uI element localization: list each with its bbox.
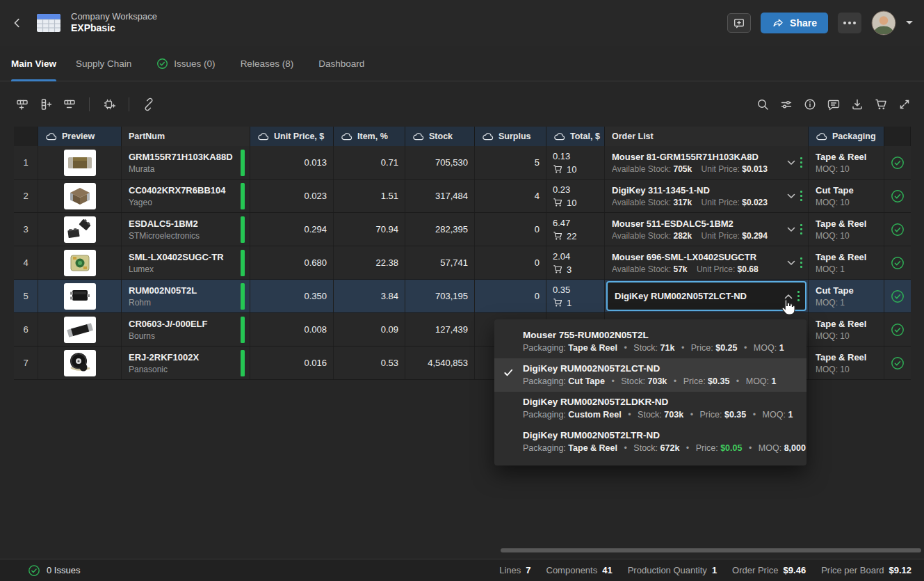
- caret-down-icon[interactable]: [906, 21, 913, 25]
- part-preview-cell[interactable]: [38, 213, 122, 246]
- comments-button[interactable]: [824, 95, 843, 114]
- part-preview-cell[interactable]: [38, 146, 122, 179]
- unit-price-cell[interactable]: 0.016: [250, 347, 334, 379]
- table-row[interactable]: 4 SML-LX0402SUGC-TR Lumex 0.680 22.38 57…: [14, 246, 911, 280]
- unit-price-cell[interactable]: 0.023: [250, 180, 334, 212]
- item-percent-cell[interactable]: 3.84: [334, 280, 405, 312]
- surplus-cell[interactable]: 0: [475, 280, 546, 312]
- order-option[interactable]: DigiKey RUM002N05T2LDKR-ND Packaging: Cu…: [494, 392, 807, 425]
- kebab-menu-icon[interactable]: [800, 257, 803, 269]
- column-header[interactable]: Packaging: [809, 127, 884, 146]
- more-button[interactable]: [838, 13, 861, 33]
- stock-cell[interactable]: 4,540,853: [405, 347, 475, 379]
- order-option[interactable]: DigiKey RUM002N05T2LTR-ND Packaging: Tap…: [494, 425, 807, 459]
- order-option[interactable]: Mouser 755-RUM002N05T2L Packaging: Tape …: [494, 325, 807, 358]
- total-cell[interactable]: 6.47 22: [546, 213, 605, 246]
- order-option[interactable]: DigiKey RUM002N05T2LCT-ND Packaging: Cut…: [494, 358, 807, 392]
- order-select[interactable]: Mouser 511-ESDALC5-1BM2 Available Stock:…: [605, 213, 808, 246]
- stock-cell[interactable]: 317,484: [405, 180, 475, 212]
- total-cell[interactable]: 2.04 3: [546, 246, 605, 279]
- kebab-menu-icon[interactable]: [800, 157, 803, 168]
- chevron-down-icon[interactable]: [787, 160, 795, 166]
- partnum-cell[interactable]: CR0603-J/-000ELF Bourns: [122, 313, 250, 346]
- partnum-cell[interactable]: ERJ-2RKF1002X Panasonic: [122, 347, 250, 379]
- item-percent-cell[interactable]: 0.53: [334, 347, 405, 379]
- tab-releases-8[interactable]: Releases (8): [241, 46, 300, 81]
- part-preview-cell[interactable]: [38, 246, 122, 279]
- column-header[interactable]: [884, 127, 911, 146]
- unit-price-cell[interactable]: 0.680: [250, 246, 334, 279]
- surplus-cell[interactable]: 5: [475, 146, 546, 179]
- column-header[interactable]: Unit Price, $: [250, 127, 334, 146]
- table-row[interactable]: 2 CC0402KRX7R6BB104 Yageo 0.023 1.51 317…: [14, 180, 911, 213]
- expand-button[interactable]: [895, 95, 914, 114]
- column-header[interactable]: Total, $: [546, 127, 605, 146]
- add-row-button[interactable]: [13, 95, 32, 114]
- info-button[interactable]: [800, 95, 820, 114]
- table-row[interactable]: 5 RUM002N05T2L Rohm 0.350 3.84 703,195 0…: [14, 280, 911, 313]
- column-header[interactable]: Stock: [405, 127, 475, 146]
- item-percent-cell[interactable]: 70.94: [334, 213, 405, 246]
- unit-price-cell[interactable]: 0.350: [250, 280, 334, 312]
- remove-row-button[interactable]: [60, 95, 79, 114]
- stock-cell[interactable]: 127,439: [405, 313, 475, 346]
- packaging-cell[interactable]: Tape & Reel MOQ: 10: [809, 146, 884, 179]
- item-percent-cell[interactable]: 0.71: [334, 146, 405, 179]
- tab-dashboard[interactable]: Dashboard: [318, 46, 370, 81]
- surplus-cell[interactable]: 0: [475, 246, 546, 279]
- total-cell[interactable]: 0.23 10: [546, 180, 605, 212]
- surplus-cell[interactable]: 4: [475, 180, 546, 212]
- order-list-cell[interactable]: DigiKey 311-1345-1-ND Available Stock: 3…: [605, 180, 809, 212]
- unit-price-cell[interactable]: 0.294: [250, 213, 334, 246]
- packaging-cell[interactable]: Tape & Reel MOQ: 10: [809, 213, 884, 246]
- table-row[interactable]: 1 GRM155R71H103KA88D Murata 0.013 0.71 7…: [14, 146, 911, 180]
- packaging-cell[interactable]: Tape & Reel MOQ: 10: [809, 347, 884, 379]
- order-select[interactable]: Mouser 696-SML-LX0402SUGCTR Available St…: [605, 246, 808, 279]
- unit-price-cell[interactable]: 0.013: [250, 146, 334, 179]
- item-percent-cell[interactable]: 1.51: [334, 180, 405, 212]
- cart-button[interactable]: [871, 95, 891, 114]
- packaging-cell[interactable]: Cut Tape MOQ: 10: [809, 180, 884, 212]
- chevron-down-icon[interactable]: [784, 294, 793, 299]
- partnum-cell[interactable]: ESDALC5-1BM2 STMicroelectronics: [122, 213, 250, 246]
- chevron-down-icon[interactable]: [787, 227, 795, 232]
- column-header[interactable]: Order List: [605, 127, 809, 146]
- unlink-button[interactable]: [139, 95, 159, 114]
- item-percent-cell[interactable]: 0.09: [334, 313, 405, 346]
- filter-button[interactable]: [777, 95, 796, 114]
- kebab-menu-icon[interactable]: [800, 191, 803, 202]
- stock-cell[interactable]: 57,741: [405, 246, 475, 279]
- kebab-menu-icon[interactable]: [800, 224, 803, 235]
- part-preview-cell[interactable]: [38, 180, 122, 212]
- order-select[interactable]: DigiKey 311-1345-1-ND Available Stock: 3…: [605, 180, 808, 212]
- column-header[interactable]: [14, 127, 38, 146]
- partnum-cell[interactable]: GRM155R71H103KA88D Murata: [122, 146, 250, 179]
- surplus-cell[interactable]: 0: [475, 213, 546, 246]
- kebab-menu-icon[interactable]: [797, 291, 800, 302]
- unit-price-cell[interactable]: 0.008: [250, 313, 334, 346]
- order-list-cell[interactable]: DigiKey RUM002N05T2LCT-ND Available Stoc…: [605, 280, 809, 312]
- order-select[interactable]: DigiKey RUM002N05T2LCT-ND Available Stoc…: [606, 281, 807, 311]
- share-button[interactable]: Share: [761, 13, 828, 33]
- item-percent-cell[interactable]: 22.38: [334, 246, 405, 279]
- order-select[interactable]: Mouser 81-GRM155R71H103KA8D Available St…: [605, 146, 808, 179]
- order-list-cell[interactable]: Mouser 81-GRM155R71H103KA8D Available St…: [605, 146, 809, 179]
- tab-supply-chain[interactable]: Supply Chain: [76, 46, 137, 81]
- column-header[interactable]: Preview: [38, 127, 122, 146]
- order-list-cell[interactable]: Mouser 696-SML-LX0402SUGCTR Available St…: [605, 246, 809, 279]
- avatar[interactable]: [871, 10, 896, 35]
- horizontal-scrollbar[interactable]: [501, 548, 921, 552]
- tab-issues-0[interactable]: Issues (0): [156, 46, 220, 81]
- part-preview-cell[interactable]: [38, 347, 122, 379]
- partnum-cell[interactable]: CC0402KRX7R6BB104 Yageo: [122, 180, 250, 212]
- stock-cell[interactable]: 705,530: [405, 146, 475, 179]
- column-header[interactable]: Item, %: [334, 127, 405, 146]
- column-header[interactable]: Surplus: [475, 127, 546, 146]
- table-row[interactable]: 3 ESDALC5-1BM2 STMicroelectronics 0.294 …: [14, 213, 911, 246]
- column-header[interactable]: PartNum: [122, 127, 250, 146]
- stock-cell[interactable]: 282,395: [405, 213, 475, 246]
- stock-cell[interactable]: 703,195: [405, 280, 475, 312]
- partnum-cell[interactable]: RUM002N05T2L Rohm: [122, 280, 250, 312]
- back-button[interactable]: [7, 13, 28, 33]
- add-component-button[interactable]: [99, 95, 119, 114]
